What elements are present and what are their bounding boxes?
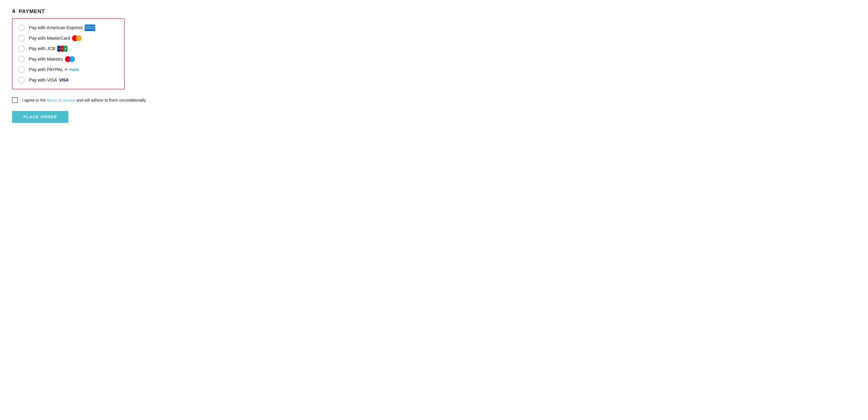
radio-paypal[interactable] — [18, 66, 25, 73]
paypal-logo-icon: P⸻ PayPal — [65, 68, 79, 71]
label-maestro[interactable]: Pay with Maestro — [29, 56, 75, 62]
radio-jcb[interactable] — [18, 46, 25, 52]
label-jcb[interactable]: Pay with JCB J C B — [29, 46, 67, 52]
payment-option-paypal: Pay with PAYPAL P⸻ PayPal — [18, 64, 119, 75]
section-title: PAYMENT — [19, 8, 45, 14]
payment-option-jcb: Pay with JCB J C B — [18, 43, 119, 54]
label-mastercard[interactable]: Pay with MasterCard — [29, 35, 82, 41]
terms-text: I agree to the terms of service and will… — [22, 98, 147, 102]
radio-maestro[interactable] — [18, 56, 25, 62]
payment-option-mastercard: Pay with MasterCard — [18, 33, 119, 43]
label-paypal[interactable]: Pay with PAYPAL P⸻ PayPal — [29, 67, 79, 72]
place-order-button[interactable]: PLACE ORDER — [12, 111, 68, 123]
radio-mastercard[interactable] — [18, 35, 25, 41]
payment-options-container: Pay with American Express AMERICANEXPRES… — [12, 19, 125, 89]
section-header: 4 PAYMENT — [12, 8, 856, 14]
visa-logo-icon: VISA — [59, 78, 68, 83]
label-visa[interactable]: Pay with VISA VISA — [29, 78, 69, 83]
payment-option-visa: Pay with VISA VISA — [18, 75, 119, 85]
section-number: 4 — [12, 8, 15, 14]
jcb-logo-icon: J C B — [57, 46, 67, 52]
payment-option-maestro: Pay with Maestro — [18, 54, 119, 64]
payment-option-amex: Pay with American Express AMERICANEXPRES… — [18, 23, 119, 33]
radio-visa[interactable] — [18, 77, 25, 83]
maestro-logo-icon — [65, 56, 75, 62]
terms-row: I agree to the terms of service and will… — [12, 97, 856, 103]
mastercard-logo-icon — [72, 35, 82, 41]
terms-of-service-link[interactable]: terms of service — [47, 98, 75, 102]
amex-logo-icon: AMERICANEXPRESS — [85, 25, 95, 31]
terms-checkbox[interactable] — [12, 97, 18, 103]
radio-amex[interactable] — [18, 25, 25, 31]
label-amex[interactable]: Pay with American Express AMERICANEXPRES… — [29, 25, 95, 31]
